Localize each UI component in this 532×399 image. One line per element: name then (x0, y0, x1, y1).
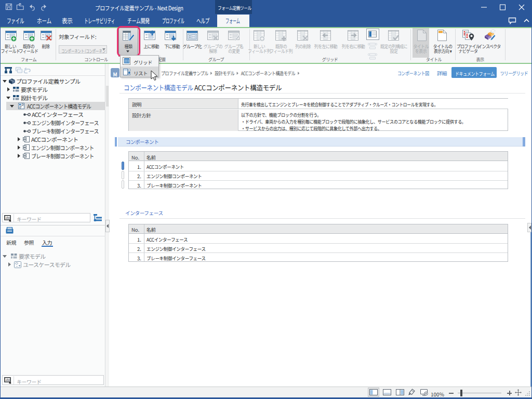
svg-text:abc: abc (5, 216, 10, 220)
svg-text:abc: abc (5, 378, 10, 382)
